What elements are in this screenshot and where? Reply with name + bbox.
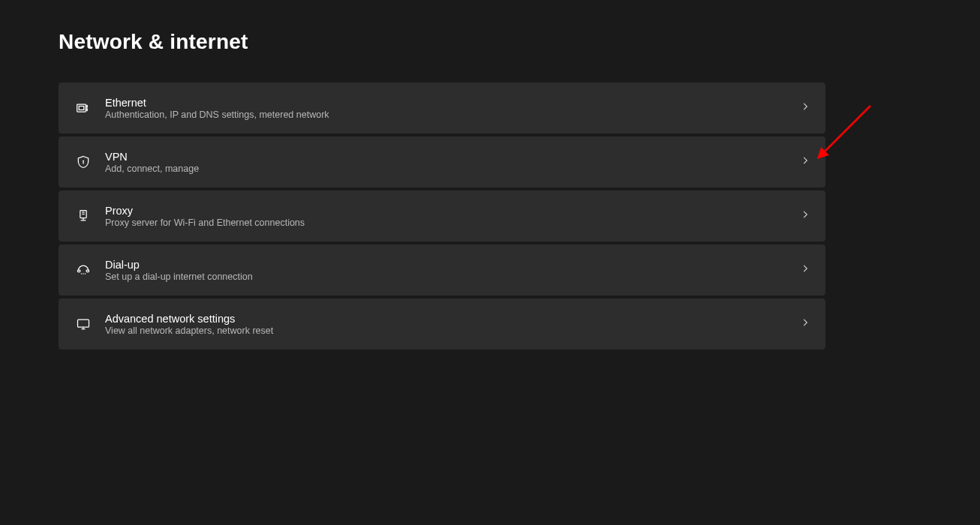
item-subtitle: View all network adapters, network reset	[105, 326, 800, 336]
chevron-right-icon	[800, 155, 810, 169]
page-title: Network & internet	[59, 30, 825, 54]
settings-list: Ethernet Authentication, IP and DNS sett…	[59, 82, 825, 350]
svg-rect-17	[78, 320, 89, 327]
item-title: Advanced network settings	[105, 313, 800, 325]
svg-point-14	[81, 273, 83, 274]
svg-point-4	[86, 109, 88, 110]
item-subtitle: Authentication, IP and DNS settings, met…	[105, 110, 800, 120]
item-text: Ethernet Authentication, IP and DNS sett…	[105, 97, 800, 120]
ethernet-icon	[75, 100, 92, 116]
item-text: Advanced network settings View all netwo…	[105, 313, 800, 336]
svg-point-3	[86, 105, 88, 106]
chevron-right-icon	[800, 317, 810, 331]
shield-icon	[75, 154, 92, 170]
chevron-right-icon	[800, 209, 810, 223]
svg-point-15	[83, 273, 84, 274]
dialup-icon	[75, 262, 92, 278]
svg-rect-1	[79, 106, 84, 110]
svg-point-16	[85, 273, 86, 274]
svg-rect-13	[86, 270, 89, 272]
chevron-right-icon	[800, 101, 810, 115]
item-text: Proxy Proxy server for Wi-Fi and Etherne…	[105, 205, 800, 228]
svg-line-20	[822, 106, 870, 154]
svg-point-5	[83, 160, 84, 162]
advanced-network-icon	[75, 316, 92, 332]
item-text: VPN Add, connect, manage	[105, 151, 800, 174]
settings-item-vpn[interactable]: VPN Add, connect, manage	[59, 136, 825, 188]
annotation-arrow	[816, 101, 876, 161]
settings-item-dialup[interactable]: Dial-up Set up a dial-up internet connec…	[59, 244, 825, 296]
svg-rect-12	[78, 270, 80, 272]
item-title: Proxy	[105, 205, 800, 217]
item-subtitle: Add, connect, manage	[105, 164, 800, 174]
item-title: Ethernet	[105, 97, 800, 109]
item-subtitle: Proxy server for Wi-Fi and Ethernet conn…	[105, 218, 800, 228]
item-subtitle: Set up a dial-up internet connection	[105, 272, 800, 282]
settings-item-proxy[interactable]: Proxy Proxy server for Wi-Fi and Etherne…	[59, 190, 825, 242]
settings-item-advanced[interactable]: Advanced network settings View all netwo…	[59, 298, 825, 350]
item-text: Dial-up Set up a dial-up internet connec…	[105, 259, 800, 282]
item-title: VPN	[105, 151, 800, 163]
chevron-right-icon	[800, 263, 810, 277]
svg-rect-0	[77, 104, 86, 112]
settings-item-ethernet[interactable]: Ethernet Authentication, IP and DNS sett…	[59, 82, 825, 134]
item-title: Dial-up	[105, 259, 800, 271]
proxy-icon	[75, 208, 92, 224]
